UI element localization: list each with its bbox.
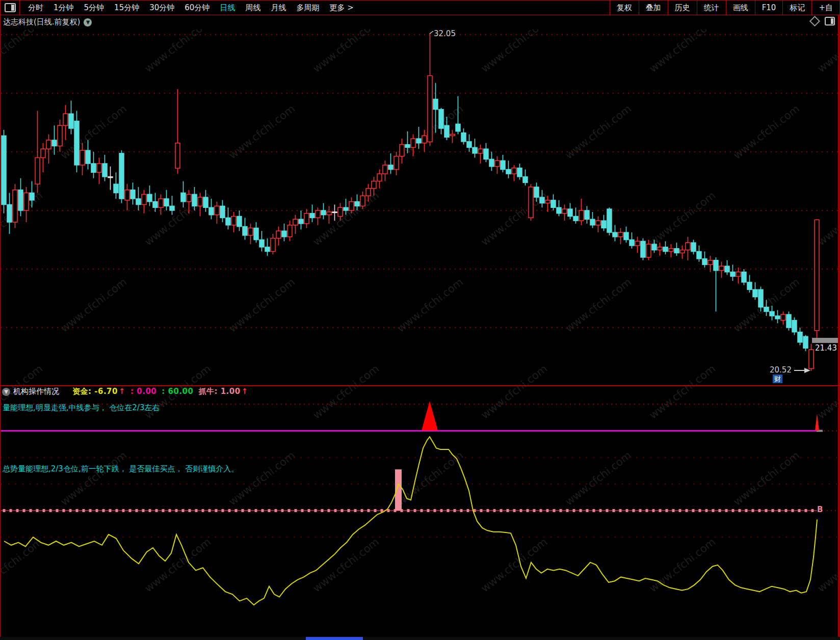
up-arrow-icon: ↑ [119,387,125,396]
indicator-name: 机构操作情况 [13,387,59,396]
collapse-chevron-icon[interactable]: ▼ [2,388,10,396]
indicator-field: 抓牛: 1.00 [198,387,240,396]
indicator-field: : 60.00 [162,387,193,396]
menu-item-标记[interactable]: 标记 [782,1,811,15]
finance-badge: 财 [773,375,782,383]
menu-item-分时[interactable]: 分时 [23,3,48,13]
panel-toggle-icon[interactable] [825,17,835,25]
signal-text-1: 量能理想,明显走强,中线参与， 仓位在2/3左右 [3,403,160,413]
menu-item-画线[interactable]: 画线 [726,1,755,15]
indicator-field: 资金: -6.70 [72,387,118,396]
price-high-label: 32.05 [434,29,456,38]
indicator-field: : 0.00 [130,387,156,396]
price-last-label: 21.43 [815,343,837,353]
indicator-header: ▼ 机构操作情况 资金: -6.70↑: 0.00: 60.00抓牛: 1.00… [2,387,253,396]
title-chevron-down-icon[interactable]: ▼ [84,18,92,26]
menu-separator [19,1,20,15]
menu-item-+自[interactable]: +自 [811,1,839,15]
menu-item-周线[interactable]: 周线 [240,3,266,13]
right-menu: 复权叠加历史统计画线F10标记+自 [610,1,839,15]
menu-item-更多 >[interactable]: 更多 > [324,3,358,13]
buy-marker-label: B [817,505,823,514]
menu-item-日线[interactable]: 日线 [215,3,240,13]
candlestick-chart[interactable] [0,0,840,640]
menu-item-30分钟[interactable]: 30分钟 [144,3,179,13]
signal-text-2: 总势量能理想,2/3仓位,前一轮下跌， 是否最佳买点， 否则谨慎介入。 [3,464,239,474]
menu-item-F10[interactable]: F10 [755,1,783,15]
window-panel-icon[interactable] [5,3,16,12]
taskbar-blue-segment[interactable] [306,637,363,640]
title-bar: 达志科技(日线.前复权) ▼ [0,15,840,29]
menu-item-统计[interactable]: 统计 [697,1,726,15]
indicator-fields: 资金: -6.70↑: 0.00: 60.00抓牛: 1.00↑ [72,387,253,396]
menu-item-15分钟[interactable]: 15分钟 [109,3,144,13]
window-left-border [0,15,1,640]
menu-item-历史[interactable]: 历史 [668,1,697,15]
menu-item-多周期[interactable]: 多周期 [291,3,324,13]
price-low-label: 20.52 [770,365,792,375]
menu-item-1分钟[interactable]: 1分钟 [48,3,79,13]
bottom-bar [0,637,840,640]
menu-item-5分钟[interactable]: 5分钟 [79,3,110,13]
menu-item-60分钟[interactable]: 60分钟 [179,3,215,13]
app-window: 分时1分钟5分钟15分钟30分钟60分钟日线周线月线多周期更多 > 复权叠加历史… [0,0,840,640]
up-arrow-icon: ↑ [242,387,248,396]
left-menu: 分时1分钟5分钟15分钟30分钟60分钟日线周线月线多周期更多 > [23,3,359,13]
page-title: 达志科技(日线.前复权) [3,17,80,27]
menu-item-月线[interactable]: 月线 [266,3,291,13]
top-menu-bar: 分时1分钟5分钟15分钟30分钟60分钟日线周线月线多周期更多 > 复权叠加历史… [0,0,840,15]
last-price-tag [812,338,840,343]
menu-item-复权[interactable]: 复权 [610,1,639,15]
menu-item-叠加[interactable]: 叠加 [639,1,668,15]
window-right-border [838,15,840,640]
diamond-icon[interactable] [809,16,820,26]
